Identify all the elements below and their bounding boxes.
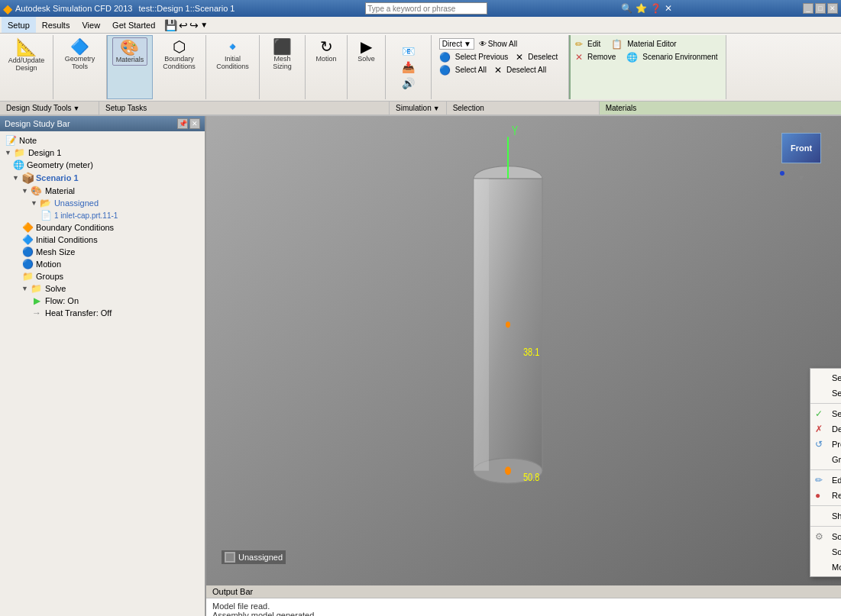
material-expand-icon[interactable]: ▼: [21, 187, 28, 195]
sim-btn-1[interactable]: 📧: [399, 44, 418, 59]
nav-cube[interactable]: ▲ ▼ ◄ ► Front: [774, 122, 835, 183]
deselect-button[interactable]: Deselect: [525, 51, 561, 63]
tree-item-mesh-size[interactable]: 🔵 Mesh Size: [3, 246, 202, 258]
remove-button[interactable]: Remove: [584, 51, 619, 63]
ctx-remove-all[interactable]: ● Remove all: [810, 488, 841, 503]
boundary-conditions-button[interactable]: ⬡ Boundary Conditions: [159, 37, 199, 73]
motion-button[interactable]: ↻ Motion: [311, 37, 341, 65]
window-close-button[interactable]: ✕: [827, 3, 838, 14]
quick-access-icon-3[interactable]: ↪: [189, 19, 199, 31]
ctx-edit-icon: ✏: [815, 475, 823, 485]
sim-icon-2: 📥: [402, 61, 415, 73]
show-all-button[interactable]: 👁 Show All: [476, 38, 520, 50]
minimize-button[interactable]: _: [803, 3, 814, 14]
maximize-button[interactable]: □: [815, 3, 826, 14]
tree-item-note[interactable]: 📝 Note: [3, 134, 202, 147]
quick-access-icon-2[interactable]: ↩: [179, 19, 188, 31]
quick-access-icon-1[interactable]: 💾: [164, 19, 177, 31]
select-previous-button[interactable]: Select Previous: [452, 51, 511, 63]
menu-view[interactable]: View: [76, 17, 106, 33]
nav-up-arrow[interactable]: ▲: [797, 122, 806, 133]
ctx-monitor-point[interactable]: Monitor point...: [810, 560, 841, 575]
geometry-tools-button[interactable]: 🔷 Geometry Tools: [61, 37, 99, 73]
ctx-group[interactable]: Group ►: [810, 452, 841, 467]
deselect-all-icon: ✕: [494, 65, 502, 76]
ctx-solve[interactable]: ⚙ Solve...: [810, 529, 841, 544]
material-editor-button[interactable]: Material Editor: [624, 38, 679, 50]
design-study-tools-label[interactable]: Design Study Tools ▼: [0, 102, 99, 114]
selection-dropdown[interactable]: Direct ▼: [439, 38, 474, 50]
output-header: Output Bar: [206, 585, 841, 598]
unassigned-expand-icon[interactable]: ▼: [31, 199, 37, 207]
tree-item-motion[interactable]: 🔵 Motion: [3, 258, 202, 270]
viewport[interactable]: Y 38.1 50.8 Unassigned ▲ ▼ ◄ ► Front: [206, 116, 841, 585]
search-input[interactable]: [365, 2, 487, 15]
add-update-design-icon: 📐: [16, 39, 37, 56]
tree-item-solve[interactable]: ▼ 📁 Solve: [3, 282, 202, 295]
design-study-tools-text: Design Study Tools: [6, 104, 71, 112]
ctx-solver-manager[interactable]: Solver manager...: [810, 544, 841, 560]
sim-icon-3: 🔊: [402, 77, 415, 89]
design-study-tools-dropdown-icon[interactable]: ▼: [73, 105, 79, 112]
help-icon[interactable]: ❓: [650, 3, 661, 14]
simulation-dropdown-icon[interactable]: ▼: [433, 105, 440, 112]
nav-right-arrow[interactable]: ►: [826, 141, 835, 152]
ctx-deselect-all[interactable]: ✗ Deselect all: [810, 421, 841, 437]
tree-item-design1[interactable]: ▼ 📁 Design 1: [3, 147, 202, 159]
solve-expand-icon[interactable]: ▼: [21, 285, 28, 292]
menu-setup[interactable]: Setup: [2, 17, 36, 33]
sidebar-pin-button[interactable]: 📌: [177, 118, 188, 129]
heat-transfer-off-label: Heat Transfer: Off: [45, 308, 112, 318]
search-icon[interactable]: 🔍: [621, 3, 632, 14]
mesh-sizing-button[interactable]: ⬛ Mesh Sizing: [267, 37, 298, 73]
output-content[interactable]: Model file read. Assembly model generate…: [206, 598, 841, 616]
tree-item-initial-conditions[interactable]: 🔷 Initial Conditions: [3, 234, 202, 246]
initial-conditions-button[interactable]: 🔹 Initial Conditions: [212, 37, 253, 73]
tree-item-geometry[interactable]: 🌐 Geometry (meter): [3, 159, 202, 171]
add-update-design-button[interactable]: 📐 Add/Update Design: [5, 37, 49, 74]
tree-item-material[interactable]: ▼ 🎨 Material: [3, 185, 202, 197]
ctx-edit[interactable]: ✏ Edit...: [810, 472, 841, 488]
bookmark-icon[interactable]: ⭐: [636, 3, 647, 14]
nav-cube-face-label: Front: [791, 144, 812, 153]
tree-item-flow-on[interactable]: ▶ Flow: On: [3, 295, 202, 307]
close-icon[interactable]: ✕: [665, 3, 672, 14]
geometry-tools-icon: 🔷: [70, 39, 89, 54]
menu-results[interactable]: Results: [36, 17, 76, 33]
quick-access-dropdown[interactable]: ▼: [200, 21, 208, 29]
ctx-previous[interactable]: ↺ Previous: [810, 437, 841, 452]
tree-item-unassigned[interactable]: ▼ 📂 Unassigned: [3, 197, 202, 209]
geometry-icon: 🌐: [12, 160, 24, 170]
svg-point-9: [506, 321, 510, 327]
solve-button[interactable]: ▶ Solve: [351, 37, 382, 65]
tree-container: 📝 Note ▼ 📁 Design 1 🌐 Geometry (meter) ▼…: [0, 131, 205, 585]
boundary-conditions-label: Boundary Conditions: [163, 55, 196, 70]
sim-btn-3[interactable]: 🔊: [399, 76, 418, 91]
inlet-cap-icon: 📄: [40, 210, 52, 221]
svg-point-10: [505, 466, 511, 475]
design1-expand-icon[interactable]: ▼: [5, 149, 11, 156]
tree-item-scenario1[interactable]: ▼ 📦 Scenario 1: [3, 171, 202, 185]
ctx-show-all[interactable]: Show all: [810, 508, 841, 524]
ctx-selection-list[interactable]: Selection list: [810, 385, 841, 401]
menu-get-started[interactable]: Get Started: [106, 17, 161, 33]
scenario-environment-button[interactable]: Scenario Environment: [639, 51, 720, 63]
tree-item-boundary-conditions[interactable]: 🔶 Boundary Conditions: [3, 221, 202, 234]
edit-button[interactable]: Edit: [584, 38, 603, 50]
sim-btn-2[interactable]: 📥: [399, 60, 418, 75]
deselect-all-button[interactable]: Deselect All: [503, 64, 549, 76]
sidebar-close-button[interactable]: ✕: [189, 118, 200, 129]
scenario1-expand-icon[interactable]: ▼: [12, 174, 19, 182]
ctx-group-label: Group: [832, 455, 841, 464]
output-line-1: Assembly model generated.: [212, 611, 835, 616]
tree-item-groups[interactable]: 📁 Groups: [3, 270, 202, 282]
app-name: Autodesk Simulation CFD 2013: [15, 4, 132, 13]
mesh-size-tree-icon: 🔵: [21, 247, 34, 257]
materials-button[interactable]: 🎨 Materials: [112, 37, 148, 66]
nav-down-arrow[interactable]: ▼: [797, 173, 806, 183]
ctx-selection-type[interactable]: Selection type ►: [810, 370, 841, 385]
ctx-select-all[interactable]: ✓ Select all: [810, 406, 841, 421]
tree-item-inlet-cap[interactable]: 📄 1 inlet-cap.prt.11-1: [3, 209, 202, 221]
select-all-button[interactable]: Select All: [452, 64, 490, 76]
tree-item-heat-transfer-off[interactable]: → Heat Transfer: Off: [3, 307, 202, 319]
